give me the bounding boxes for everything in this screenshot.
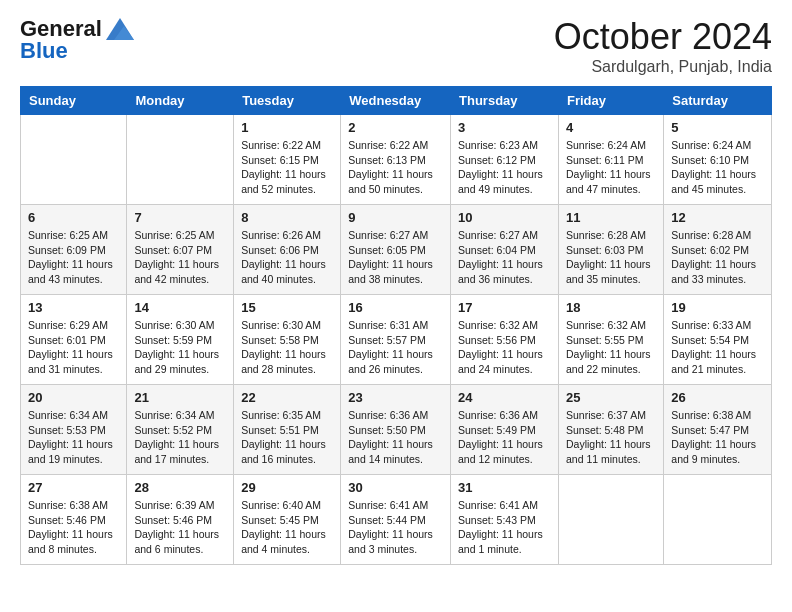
calendar-cell: 3Sunrise: 6:23 AM Sunset: 6:12 PM Daylig…	[451, 115, 559, 205]
day-number: 18	[566, 300, 656, 315]
day-info: Sunrise: 6:41 AM Sunset: 5:43 PM Dayligh…	[458, 498, 551, 557]
calendar-cell: 6Sunrise: 6:25 AM Sunset: 6:09 PM Daylig…	[21, 205, 127, 295]
day-info: Sunrise: 6:38 AM Sunset: 5:46 PM Dayligh…	[28, 498, 119, 557]
day-info: Sunrise: 6:39 AM Sunset: 5:46 PM Dayligh…	[134, 498, 226, 557]
calendar-week-row: 1Sunrise: 6:22 AM Sunset: 6:15 PM Daylig…	[21, 115, 772, 205]
calendar-week-row: 6Sunrise: 6:25 AM Sunset: 6:09 PM Daylig…	[21, 205, 772, 295]
day-info: Sunrise: 6:34 AM Sunset: 5:52 PM Dayligh…	[134, 408, 226, 467]
day-number: 22	[241, 390, 333, 405]
day-number: 14	[134, 300, 226, 315]
calendar-cell	[21, 115, 127, 205]
calendar-cell: 25Sunrise: 6:37 AM Sunset: 5:48 PM Dayli…	[558, 385, 663, 475]
day-info: Sunrise: 6:33 AM Sunset: 5:54 PM Dayligh…	[671, 318, 764, 377]
day-info: Sunrise: 6:29 AM Sunset: 6:01 PM Dayligh…	[28, 318, 119, 377]
day-info: Sunrise: 6:36 AM Sunset: 5:49 PM Dayligh…	[458, 408, 551, 467]
calendar-cell: 27Sunrise: 6:38 AM Sunset: 5:46 PM Dayli…	[21, 475, 127, 565]
calendar-cell	[664, 475, 772, 565]
day-info: Sunrise: 6:23 AM Sunset: 6:12 PM Dayligh…	[458, 138, 551, 197]
day-number: 12	[671, 210, 764, 225]
location: Sardulgarh, Punjab, India	[554, 58, 772, 76]
calendar-cell: 22Sunrise: 6:35 AM Sunset: 5:51 PM Dayli…	[234, 385, 341, 475]
day-info: Sunrise: 6:24 AM Sunset: 6:11 PM Dayligh…	[566, 138, 656, 197]
calendar-cell: 24Sunrise: 6:36 AM Sunset: 5:49 PM Dayli…	[451, 385, 559, 475]
day-info: Sunrise: 6:28 AM Sunset: 6:02 PM Dayligh…	[671, 228, 764, 287]
day-number: 2	[348, 120, 443, 135]
calendar-week-row: 20Sunrise: 6:34 AM Sunset: 5:53 PM Dayli…	[21, 385, 772, 475]
day-number: 29	[241, 480, 333, 495]
day-info: Sunrise: 6:26 AM Sunset: 6:06 PM Dayligh…	[241, 228, 333, 287]
calendar-cell: 18Sunrise: 6:32 AM Sunset: 5:55 PM Dayli…	[558, 295, 663, 385]
calendar-cell: 13Sunrise: 6:29 AM Sunset: 6:01 PM Dayli…	[21, 295, 127, 385]
day-number: 7	[134, 210, 226, 225]
day-number: 26	[671, 390, 764, 405]
calendar-cell: 16Sunrise: 6:31 AM Sunset: 5:57 PM Dayli…	[341, 295, 451, 385]
calendar-cell: 19Sunrise: 6:33 AM Sunset: 5:54 PM Dayli…	[664, 295, 772, 385]
day-info: Sunrise: 6:32 AM Sunset: 5:56 PM Dayligh…	[458, 318, 551, 377]
calendar-cell: 4Sunrise: 6:24 AM Sunset: 6:11 PM Daylig…	[558, 115, 663, 205]
logo-blue-text: Blue	[20, 38, 68, 64]
page-header: General Blue October 2024 Sardulgarh, Pu…	[20, 16, 772, 76]
day-info: Sunrise: 6:41 AM Sunset: 5:44 PM Dayligh…	[348, 498, 443, 557]
title-area: October 2024 Sardulgarh, Punjab, India	[554, 16, 772, 76]
day-info: Sunrise: 6:35 AM Sunset: 5:51 PM Dayligh…	[241, 408, 333, 467]
day-info: Sunrise: 6:31 AM Sunset: 5:57 PM Dayligh…	[348, 318, 443, 377]
weekday-header-tuesday: Tuesday	[234, 87, 341, 115]
calendar-cell: 1Sunrise: 6:22 AM Sunset: 6:15 PM Daylig…	[234, 115, 341, 205]
calendar-cell	[127, 115, 234, 205]
day-number: 24	[458, 390, 551, 405]
calendar-cell: 26Sunrise: 6:38 AM Sunset: 5:47 PM Dayli…	[664, 385, 772, 475]
day-info: Sunrise: 6:25 AM Sunset: 6:07 PM Dayligh…	[134, 228, 226, 287]
logo-icon	[106, 18, 134, 40]
calendar-week-row: 13Sunrise: 6:29 AM Sunset: 6:01 PM Dayli…	[21, 295, 772, 385]
calendar-cell: 17Sunrise: 6:32 AM Sunset: 5:56 PM Dayli…	[451, 295, 559, 385]
calendar-cell: 10Sunrise: 6:27 AM Sunset: 6:04 PM Dayli…	[451, 205, 559, 295]
calendar-cell: 28Sunrise: 6:39 AM Sunset: 5:46 PM Dayli…	[127, 475, 234, 565]
day-number: 23	[348, 390, 443, 405]
day-number: 4	[566, 120, 656, 135]
day-info: Sunrise: 6:27 AM Sunset: 6:05 PM Dayligh…	[348, 228, 443, 287]
calendar-cell: 30Sunrise: 6:41 AM Sunset: 5:44 PM Dayli…	[341, 475, 451, 565]
day-number: 30	[348, 480, 443, 495]
calendar-cell: 29Sunrise: 6:40 AM Sunset: 5:45 PM Dayli…	[234, 475, 341, 565]
day-info: Sunrise: 6:37 AM Sunset: 5:48 PM Dayligh…	[566, 408, 656, 467]
calendar-cell: 12Sunrise: 6:28 AM Sunset: 6:02 PM Dayli…	[664, 205, 772, 295]
day-number: 8	[241, 210, 333, 225]
day-number: 1	[241, 120, 333, 135]
day-number: 25	[566, 390, 656, 405]
day-number: 3	[458, 120, 551, 135]
day-number: 16	[348, 300, 443, 315]
calendar-cell: 2Sunrise: 6:22 AM Sunset: 6:13 PM Daylig…	[341, 115, 451, 205]
day-info: Sunrise: 6:24 AM Sunset: 6:10 PM Dayligh…	[671, 138, 764, 197]
day-info: Sunrise: 6:32 AM Sunset: 5:55 PM Dayligh…	[566, 318, 656, 377]
day-info: Sunrise: 6:34 AM Sunset: 5:53 PM Dayligh…	[28, 408, 119, 467]
calendar-cell: 23Sunrise: 6:36 AM Sunset: 5:50 PM Dayli…	[341, 385, 451, 475]
day-number: 5	[671, 120, 764, 135]
day-number: 31	[458, 480, 551, 495]
weekday-header-saturday: Saturday	[664, 87, 772, 115]
day-info: Sunrise: 6:28 AM Sunset: 6:03 PM Dayligh…	[566, 228, 656, 287]
day-number: 9	[348, 210, 443, 225]
day-info: Sunrise: 6:22 AM Sunset: 6:15 PM Dayligh…	[241, 138, 333, 197]
calendar-table: SundayMondayTuesdayWednesdayThursdayFrid…	[20, 86, 772, 565]
day-info: Sunrise: 6:40 AM Sunset: 5:45 PM Dayligh…	[241, 498, 333, 557]
day-info: Sunrise: 6:25 AM Sunset: 6:09 PM Dayligh…	[28, 228, 119, 287]
day-info: Sunrise: 6:22 AM Sunset: 6:13 PM Dayligh…	[348, 138, 443, 197]
day-number: 13	[28, 300, 119, 315]
calendar-cell: 15Sunrise: 6:30 AM Sunset: 5:58 PM Dayli…	[234, 295, 341, 385]
logo: General Blue	[20, 16, 134, 64]
weekday-header-friday: Friday	[558, 87, 663, 115]
weekday-header-thursday: Thursday	[451, 87, 559, 115]
month-title: October 2024	[554, 16, 772, 58]
calendar-cell: 9Sunrise: 6:27 AM Sunset: 6:05 PM Daylig…	[341, 205, 451, 295]
day-info: Sunrise: 6:30 AM Sunset: 5:58 PM Dayligh…	[241, 318, 333, 377]
calendar-cell: 5Sunrise: 6:24 AM Sunset: 6:10 PM Daylig…	[664, 115, 772, 205]
calendar-cell: 21Sunrise: 6:34 AM Sunset: 5:52 PM Dayli…	[127, 385, 234, 475]
day-number: 20	[28, 390, 119, 405]
calendar-cell	[558, 475, 663, 565]
weekday-header-monday: Monday	[127, 87, 234, 115]
day-info: Sunrise: 6:27 AM Sunset: 6:04 PM Dayligh…	[458, 228, 551, 287]
day-number: 15	[241, 300, 333, 315]
weekday-header-sunday: Sunday	[21, 87, 127, 115]
day-info: Sunrise: 6:38 AM Sunset: 5:47 PM Dayligh…	[671, 408, 764, 467]
day-number: 11	[566, 210, 656, 225]
